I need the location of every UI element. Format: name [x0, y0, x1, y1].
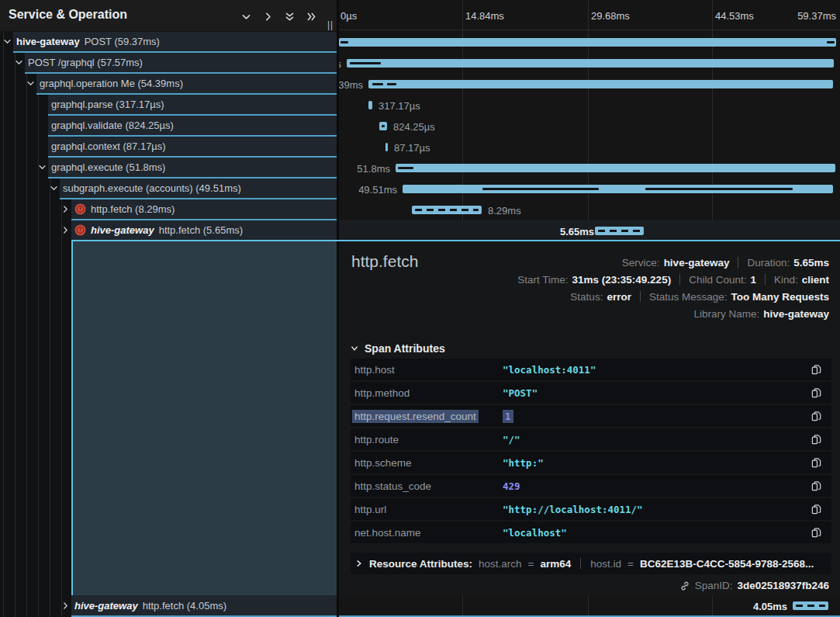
timeline-ruler: 0µs14.84ms29.68ms44.53ms59.37ms: [339, 0, 840, 30]
meta-value: hive-gateway: [664, 257, 730, 269]
span-bar[interactable]: [385, 143, 388, 151]
attr-key: http.status_code: [354, 480, 431, 492]
attr-row: http.method "POST": [351, 382, 831, 404]
tree-row[interactable]: hive-gatewayPOST (59.37ms): [13, 32, 337, 53]
span-id-label: SpanID:: [695, 580, 733, 591]
error-icon: [74, 203, 86, 215]
meta-line: Library Name:hive-gateway: [517, 305, 829, 322]
chevron-down-icon[interactable]: [237, 9, 254, 23]
timeline-row[interactable]: [339, 32, 840, 53]
span-bar[interactable]: [793, 601, 828, 610]
span-bar[interactable]: [595, 227, 644, 235]
panel-resize-handle[interactable]: ||: [325, 19, 336, 31]
timeline-row[interactable]: 57.57ms: [339, 53, 840, 74]
span-label: POST /graphql (57.57ms): [28, 57, 143, 68]
double-chevron-right-icon[interactable]: [302, 9, 320, 23]
span-id-line: SpanID: 3de02518937fb246: [679, 580, 829, 591]
attr-value: "localhost": [503, 527, 567, 539]
attr-row: http.request.resend_count 1: [351, 405, 831, 427]
meta-value: Too Many Requests: [731, 291, 829, 303]
meta-label: Start Time:: [517, 274, 568, 286]
span-bar[interactable]: [339, 38, 836, 47]
tree-row[interactable]: graphql.parse (317.17µs): [48, 95, 337, 116]
meta-label: Status:: [570, 291, 603, 303]
double-chevron-down-icon[interactable]: [281, 9, 298, 23]
chevron-right-icon[interactable]: [259, 9, 276, 23]
timeline-row[interactable]: 49.51ms: [339, 179, 840, 199]
attr-row: http.host "localhost:4011": [351, 359, 831, 380]
timeline-row[interactable]: 317.17µs: [339, 95, 840, 116]
chevron-right-icon[interactable]: [61, 601, 70, 610]
tree-row[interactable]: hive-gatewayhttp.fetch (5.65ms): [71, 220, 337, 241]
error-icon: [74, 224, 86, 236]
meta-separator: [765, 274, 766, 285]
timeline-row[interactable]: 5.65ms: [337, 220, 840, 241]
timeline-tick-label: 44.53ms: [715, 10, 754, 22]
timeline-row[interactable]: 824.25µs: [339, 116, 840, 137]
span-label: http.fetch (5.65ms): [159, 224, 243, 236]
timeline-row[interactable]: 8.29ms: [339, 199, 840, 220]
tree-row[interactable]: subgraph.execute (accounts) (49.51ms): [60, 179, 337, 199]
meta-separator: [738, 257, 738, 268]
meta-label: Service:: [622, 257, 660, 269]
timeline-row[interactable]: 87.17µs: [339, 137, 840, 158]
resource-value: BC62E13B-C4CC-5854-9788-2568...: [640, 558, 814, 570]
attr-value: "http:": [503, 457, 544, 469]
attr-key: http.url: [354, 504, 386, 515]
span-label: graphql.execute (51.8ms): [51, 161, 165, 173]
copy-icon[interactable]: [811, 362, 824, 376]
span-bar[interactable]: [396, 164, 835, 172]
panel-title: Service & Operation: [9, 8, 127, 22]
span-bar[interactable]: [368, 101, 372, 109]
tree-row[interactable]: http.fetch (8.29ms): [71, 199, 337, 220]
attr-row: http.scheme "http:": [351, 452, 831, 473]
copy-icon[interactable]: [811, 432, 824, 446]
attr-value: "POST": [503, 387, 538, 399]
tree-row[interactable]: POST /graphql (57.57ms): [25, 53, 337, 74]
span-bar[interactable]: [368, 80, 833, 88]
tree-row-bottom[interactable]: hive-gateway http.fetch (4.05ms): [71, 595, 337, 617]
copy-icon[interactable]: [811, 456, 824, 470]
meta-line: Service:hive-gatewayDuration:5.65ms: [517, 254, 829, 271]
attr-row: http.status_code 429: [351, 475, 831, 497]
tree-row[interactable]: graphql.operation Me (54.39ms): [36, 74, 337, 95]
tree-row[interactable]: graphql.context (87.17µs): [48, 137, 337, 158]
timeline-tick-label: 0µs: [340, 10, 357, 22]
timeline-row[interactable]: 51.8ms: [339, 158, 840, 179]
meta-value: hive-gateway: [763, 308, 829, 320]
copy-icon[interactable]: [811, 525, 824, 539]
span-attributes-header[interactable]: Span Attributes: [351, 342, 445, 355]
span-bar[interactable]: [412, 206, 482, 214]
timeline-rows: 57.57ms54.39ms317.17µs824.25µs87.17µs51.…: [339, 32, 840, 241]
span-meta: Service:hive-gatewayDuration:5.65msStart…: [517, 254, 829, 322]
duration-label: 5.65ms: [560, 226, 594, 237]
timeline-tick-label: 59.37ms: [797, 10, 836, 22]
meta-line: Status:errorStatus Message:Too Many Requ…: [517, 288, 829, 305]
span-bar[interactable]: [379, 122, 387, 130]
tree-row[interactable]: graphql.validate (824.25µs): [48, 116, 337, 137]
duration-label: 57.57ms: [339, 58, 341, 70]
copy-icon[interactable]: [811, 502, 824, 516]
service-name: hive-gateway: [74, 600, 138, 612]
copy-icon[interactable]: [811, 479, 824, 493]
tree-row[interactable]: graphql.execute (51.8ms): [48, 158, 337, 179]
span-bar[interactable]: [403, 185, 833, 193]
copy-icon[interactable]: [811, 409, 824, 423]
resource-attributes-title: Resource Attributes:: [369, 558, 472, 570]
meta-label: Child Count:: [689, 274, 746, 286]
chevron-right-icon: [355, 560, 363, 567]
timeline-row[interactable]: 54.39ms: [339, 74, 840, 95]
attr-value: "http://localhost:4011/": [503, 504, 643, 515]
copy-icon[interactable]: [811, 386, 824, 400]
meta-label: Kind:: [774, 274, 798, 286]
resource-attributes-row[interactable]: Resource Attributes: host.arch=arm64host…: [351, 553, 831, 574]
tree-panel-header: Service & Operation ||: [0, 0, 337, 31]
link-icon[interactable]: [679, 581, 690, 591]
attr-row: net.host.name "localhost": [351, 522, 831, 543]
span-bar[interactable]: [347, 59, 834, 68]
resource-separator: [580, 558, 581, 569]
span-label: http.fetch (8.29ms): [91, 203, 175, 215]
span-attributes-table: http.host "localhost:4011" http.method "…: [351, 359, 831, 545]
duration-label: 51.8ms: [357, 163, 390, 175]
duration-label: 317.17µs: [379, 100, 420, 112]
